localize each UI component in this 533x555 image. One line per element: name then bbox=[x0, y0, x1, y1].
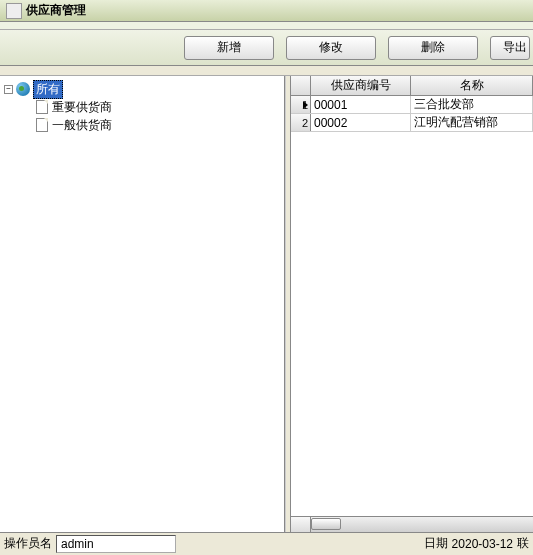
file-icon bbox=[36, 118, 48, 132]
grid-header: 供应商编号 名称 bbox=[291, 76, 533, 96]
operator-label: 操作员名 bbox=[0, 535, 56, 552]
operator-field: admin bbox=[56, 535, 176, 553]
current-row-icon bbox=[303, 101, 308, 109]
export-button[interactable]: 导出 bbox=[490, 36, 530, 60]
tree-item-label: 一般供货商 bbox=[52, 117, 112, 134]
cell-name[interactable]: 三合批发部 bbox=[411, 96, 533, 113]
date-value: 2020-03-12 bbox=[452, 537, 513, 551]
globe-icon bbox=[16, 82, 30, 96]
collapse-icon[interactable]: − bbox=[4, 85, 13, 94]
grid-panel: 供应商编号 名称 1 00001 三合批发部 2 00002 江明汽配营销部 bbox=[291, 76, 533, 532]
add-button[interactable]: 新增 bbox=[184, 36, 274, 60]
scrollbar-thumb[interactable] bbox=[311, 518, 341, 530]
trailing-label: 联 bbox=[517, 535, 529, 552]
tree-root[interactable]: − 所有 bbox=[4, 80, 280, 98]
file-icon bbox=[36, 100, 48, 114]
main-area: − 所有 重要供货商 一般供货商 供应商编号 名称 1 00001 三合批发部 bbox=[0, 76, 533, 532]
tree-item[interactable]: 重要供货商 bbox=[4, 98, 280, 116]
cell-supplier-id[interactable]: 00002 bbox=[311, 114, 411, 131]
column-header-supplier-id[interactable]: 供应商编号 bbox=[311, 76, 411, 96]
add-button-label: 新增 bbox=[217, 39, 241, 56]
window-title: 供应商管理 bbox=[26, 2, 86, 19]
date-label: 日期 bbox=[424, 535, 448, 552]
horizontal-scrollbar[interactable] bbox=[311, 516, 533, 532]
statusbar: 操作员名 admin 日期 2020-03-12 联 bbox=[0, 532, 533, 554]
tree-item[interactable]: 一般供货商 bbox=[4, 116, 280, 134]
edit-button[interactable]: 修改 bbox=[286, 36, 376, 60]
edit-button-label: 修改 bbox=[319, 39, 343, 56]
grid-scrollbar-area bbox=[291, 516, 533, 532]
toolbar-gap bbox=[0, 66, 533, 76]
column-header-name[interactable]: 名称 bbox=[411, 76, 533, 96]
delete-button-label: 删除 bbox=[421, 39, 445, 56]
status-date: 日期 2020-03-12 联 bbox=[424, 535, 533, 552]
tree-item-label: 重要供货商 bbox=[52, 99, 112, 116]
table-row[interactable]: 2 00002 江明汽配营销部 bbox=[291, 114, 533, 132]
table-row[interactable]: 1 00001 三合批发部 bbox=[291, 96, 533, 114]
toolbar: 新增 修改 删除 导出 bbox=[0, 30, 533, 66]
grid-corner[interactable] bbox=[291, 76, 311, 96]
cell-supplier-id[interactable]: 00001 bbox=[311, 96, 411, 113]
grid-body[interactable]: 1 00001 三合批发部 2 00002 江明汽配营销部 bbox=[291, 96, 533, 516]
titlebar-spacer bbox=[0, 22, 533, 30]
tree-root-label: 所有 bbox=[33, 80, 63, 99]
scrollbar-corner bbox=[291, 516, 311, 532]
delete-button[interactable]: 删除 bbox=[388, 36, 478, 60]
tree-panel[interactable]: − 所有 重要供货商 一般供货商 bbox=[0, 76, 285, 532]
row-header[interactable]: 1 bbox=[291, 96, 311, 113]
titlebar[interactable]: 供应商管理 bbox=[0, 0, 533, 22]
row-header[interactable]: 2 bbox=[291, 114, 311, 131]
export-button-label: 导出 bbox=[503, 39, 527, 56]
cell-name[interactable]: 江明汽配营销部 bbox=[411, 114, 533, 131]
